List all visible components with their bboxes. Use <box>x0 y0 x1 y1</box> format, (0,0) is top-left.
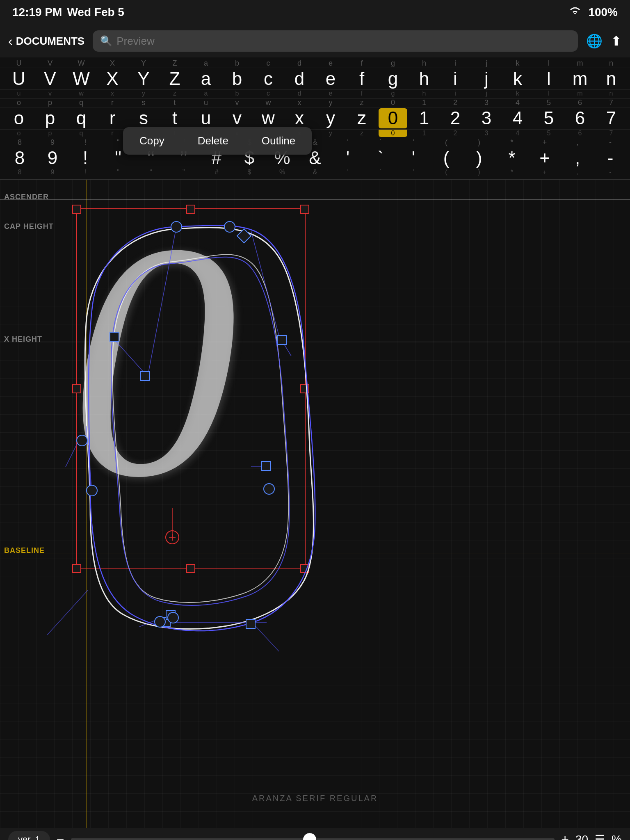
nav-bar: ‹ DOCUMENTS 🔍 🌐 ⬆ <box>0 25 630 57</box>
menu-lines-icon[interactable]: ☰ <box>595 833 605 840</box>
glyph-zero: 0 <box>70 192 238 528</box>
glyph-grid: const cols = ['U','V','W','X','Y','Z','a… <box>0 57 630 180</box>
ascender-label: ASCENDER <box>4 193 49 201</box>
percent-icon[interactable]: % <box>612 833 622 840</box>
bb-handle-tr[interactable] <box>300 205 309 214</box>
zoom-slider[interactable] <box>71 838 555 840</box>
time-display: 12:19 PM <box>12 6 62 19</box>
share-icon[interactable]: ⬆ <box>611 33 622 49</box>
date-display: Wed Feb 5 <box>67 6 124 19</box>
zoom-thumb[interactable] <box>303 833 316 840</box>
baseline-label: BASELINE <box>4 546 45 555</box>
zoom-plus-button[interactable]: + <box>561 832 569 840</box>
battery-display: 100% <box>588 6 618 19</box>
nav-icons: 🌐 ⬆ <box>586 33 622 49</box>
back-label[interactable]: DOCUMENTS <box>16 35 85 48</box>
zoom-value: 30 <box>575 833 588 840</box>
version-pill[interactable]: ver. 1 <box>8 831 50 840</box>
x-height-label: X HEIGHT <box>4 335 42 344</box>
editor-area: ASCENDER CAP HEIGHT X HEIGHT BASELINE 0 <box>0 180 630 828</box>
zoom-row: ver. 1 − + 30 ☰ % <box>8 831 622 840</box>
context-menu: Copy Delete Outline <box>123 127 312 155</box>
bb-handle-mr[interactable] <box>300 384 309 393</box>
back-chevron-icon: ‹ <box>8 34 13 49</box>
zoom-minus-button[interactable]: − <box>57 832 64 840</box>
globe-icon[interactable]: 🌐 <box>586 33 603 49</box>
cap-height-label: CAP HEIGHT <box>4 222 54 231</box>
copy-button[interactable]: Copy <box>123 127 181 155</box>
search-icon: 🔍 <box>100 35 112 47</box>
bb-handle-bl[interactable] <box>72 564 81 573</box>
search-input[interactable] <box>116 35 571 48</box>
wifi-icon <box>568 6 582 19</box>
outline-button[interactable]: Outline <box>245 127 312 155</box>
delete-button[interactable]: Delete <box>181 127 245 155</box>
font-name: ARANZA SERIF REGULAR <box>252 794 378 803</box>
bb-handle-br[interactable] <box>300 564 309 573</box>
back-button[interactable]: ‹ DOCUMENTS <box>8 34 84 49</box>
bb-handle-bm[interactable] <box>186 564 195 573</box>
status-bar: 12:19 PM Wed Feb 5 100% <box>0 0 630 25</box>
bottom-bar: ver. 1 − + 30 ☰ % ‹ T <box>0 828 630 840</box>
search-bar[interactable]: 🔍 <box>93 30 578 52</box>
